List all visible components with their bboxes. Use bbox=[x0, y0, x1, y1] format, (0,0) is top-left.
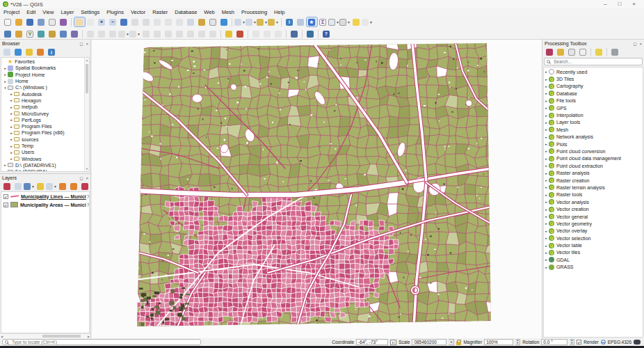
cut-features-button[interactable] bbox=[163, 29, 174, 38]
toggle-editing-button[interactable] bbox=[86, 29, 96, 38]
new-map-view-button[interactable] bbox=[186, 17, 196, 26]
new-model-button[interactable] bbox=[545, 48, 555, 57]
menu-project[interactable]: Project bbox=[0, 9, 23, 15]
browser-item-c-windows-[interactable]: ▾C:\ (Windows ) bbox=[1, 84, 83, 90]
messages-icon[interactable] bbox=[634, 340, 641, 345]
processing-group-layer-tools[interactable]: ▸QLayer tools bbox=[544, 119, 642, 126]
crs-globe-icon[interactable] bbox=[601, 340, 606, 345]
menu-raster[interactable]: Raster bbox=[149, 9, 171, 15]
processing-group-point-cloud-conversion[interactable]: ▸QPoint cloud conversion bbox=[544, 148, 642, 155]
processing-group-cartography[interactable]: ▸QCartography bbox=[544, 83, 642, 90]
expand-arrow-icon[interactable]: ▸ bbox=[544, 99, 549, 103]
expand-arrow-icon[interactable]: ▸ bbox=[544, 142, 549, 146]
new-print-layout-button[interactable] bbox=[47, 17, 58, 26]
zoom-next-button[interactable] bbox=[175, 17, 185, 26]
expand-arrow-icon[interactable]: ▸ bbox=[9, 157, 14, 161]
browser-item-users[interactable]: ▸Users bbox=[1, 149, 83, 155]
menu-edit[interactable]: Edit bbox=[23, 9, 39, 15]
browser-item-microsurvey[interactable]: ▸MicroSurvey bbox=[1, 110, 83, 116]
new-layout-menu-button[interactable]: ▼ bbox=[246, 17, 257, 26]
minimize-button[interactable]: – bbox=[604, 1, 606, 7]
browser-item-favorites[interactable]: ★Favorites bbox=[1, 58, 83, 65]
expand-arrow-icon[interactable]: ▾ bbox=[3, 86, 8, 90]
add-wms-layer-button[interactable] bbox=[47, 29, 58, 38]
magnifier-field[interactable]: 100% bbox=[484, 339, 513, 345]
browser-scrollbar[interactable]: ▲ ▼ bbox=[84, 58, 89, 171]
new-geopackage-layer-button[interactable] bbox=[36, 29, 47, 38]
edit-features-in-place-button[interactable] bbox=[594, 48, 604, 57]
save-layer-edits-button[interactable] bbox=[97, 29, 107, 38]
zoom-native-button[interactable] bbox=[152, 17, 163, 26]
coordinate-field[interactable]: -64°, -73° bbox=[356, 339, 388, 345]
label-tool-2-button[interactable] bbox=[262, 29, 273, 38]
expand-arrow-icon[interactable]: ▸ bbox=[544, 149, 549, 153]
browser-item-d-datadrive1-[interactable]: ▸D:\ (DATADRIVE1) bbox=[1, 162, 83, 168]
menu-help[interactable]: Help bbox=[271, 9, 288, 15]
processing-float-button[interactable]: ◻ bbox=[634, 42, 637, 46]
processing-group-vector-analysis[interactable]: ▸QVector analysis bbox=[544, 198, 642, 205]
processing-group-raster-terrain-analysis[interactable]: ▸QRaster terrain analysis bbox=[544, 184, 642, 191]
copy-features-button[interactable] bbox=[175, 29, 185, 38]
history-button[interactable] bbox=[567, 48, 577, 57]
map-render[interactable] bbox=[136, 43, 492, 327]
zoom-last-button[interactable] bbox=[163, 17, 174, 26]
delete-selected-button[interactable] bbox=[152, 29, 163, 38]
manage-map-themes-button[interactable]: ▼ bbox=[24, 182, 35, 191]
rotation-spinner[interactable]: ▲▼ bbox=[570, 339, 574, 345]
expand-arrow-icon[interactable]: ▸ bbox=[9, 111, 14, 116]
layers-hscrollbar[interactable]: ◀ ▶ bbox=[0, 333, 90, 338]
refresh-map-button[interactable] bbox=[219, 17, 230, 26]
close-button[interactable]: × bbox=[632, 1, 636, 7]
zoom-out-button[interactable]: − bbox=[108, 17, 118, 26]
filter-legend-button[interactable] bbox=[35, 182, 46, 191]
scroll-up-icon[interactable]: ▲ bbox=[85, 58, 89, 62]
processing-toolbox-toggle-button[interactable]: ★ bbox=[307, 17, 317, 26]
processing-group-interpolation[interactable]: ▸QInterpolation bbox=[544, 111, 642, 118]
zoom-full-button[interactable] bbox=[119, 17, 129, 26]
scroll-thumb-h[interactable] bbox=[42, 335, 81, 338]
layer-diagram-button[interactable] bbox=[235, 29, 245, 38]
expand-arrow-icon[interactable]: ▸ bbox=[9, 98, 14, 102]
locator-search[interactable] bbox=[2, 339, 201, 345]
bookmarks-menu-button[interactable]: ▼ bbox=[257, 17, 268, 26]
processing-group-plots[interactable]: ▸QPlots bbox=[544, 141, 642, 148]
remove-layer-button[interactable] bbox=[80, 182, 90, 191]
expand-arrow-icon[interactable]: ▸ bbox=[9, 137, 14, 141]
style-manager-button[interactable] bbox=[58, 17, 69, 26]
expand-arrow-icon[interactable]: ▸ bbox=[544, 84, 549, 88]
expand-arrow-icon[interactable]: ▸ bbox=[544, 258, 549, 262]
refresh-browser-button[interactable] bbox=[13, 48, 24, 57]
expand-arrow-icon[interactable]: ▸ bbox=[544, 265, 549, 269]
temporal-controller-button[interactable] bbox=[208, 17, 218, 26]
label-tool-1-button[interactable] bbox=[251, 29, 261, 38]
open-layer-styling-button[interactable] bbox=[2, 182, 13, 191]
map-tips-button[interactable] bbox=[351, 17, 362, 26]
menu-mesh[interactable]: Mesh bbox=[218, 9, 238, 15]
label-tool-3-button[interactable] bbox=[273, 29, 284, 38]
expand-arrow-icon[interactable]: ▸ bbox=[544, 106, 549, 110]
measure-line-button[interactable]: ▼ bbox=[340, 17, 351, 26]
map-canvas[interactable] bbox=[92, 40, 542, 338]
processing-group-vector-tiles[interactable]: ▸QVector tiles bbox=[544, 249, 642, 256]
digitize-with-segment-button[interactable] bbox=[108, 29, 118, 38]
layer-row-municipality-lines-munici[interactable]: ✓Municipality Lines — Munici?t bbox=[1, 192, 89, 200]
layout-manager-menu-button[interactable]: ▼ bbox=[268, 17, 279, 26]
add-selected-layers-button[interactable] bbox=[2, 48, 13, 57]
browser-item-project-home[interactable]: ▸Project Home bbox=[1, 72, 83, 78]
processing-group-vector-overlay[interactable]: ▸QVector overlay bbox=[544, 228, 642, 235]
scroll-down-icon[interactable]: ▼ bbox=[85, 167, 89, 171]
locator-input[interactable] bbox=[10, 339, 198, 345]
expand-arrow-icon[interactable]: ▸ bbox=[544, 251, 549, 255]
browser-float-button[interactable]: ◻ bbox=[80, 42, 83, 46]
processing-group-gps[interactable]: ▸QGPS bbox=[544, 104, 642, 111]
grass-tools-button[interactable] bbox=[289, 29, 300, 38]
layers-close-button[interactable]: × bbox=[86, 176, 88, 180]
identify-features-button[interactable]: i bbox=[284, 17, 295, 26]
add-raster-layer-button[interactable] bbox=[58, 29, 69, 38]
processing-group-network-analysis[interactable]: ▸QNetwork analysis bbox=[544, 134, 642, 141]
expand-arrow-icon[interactable]: ▸ bbox=[544, 164, 549, 168]
add-vector-layer-button[interactable] bbox=[14, 29, 24, 38]
statistical-summary-button[interactable]: Σ bbox=[318, 17, 328, 26]
processing-group-vector-general[interactable]: ▸QVector general bbox=[544, 213, 642, 220]
lock-scale-icon[interactable] bbox=[456, 342, 461, 345]
